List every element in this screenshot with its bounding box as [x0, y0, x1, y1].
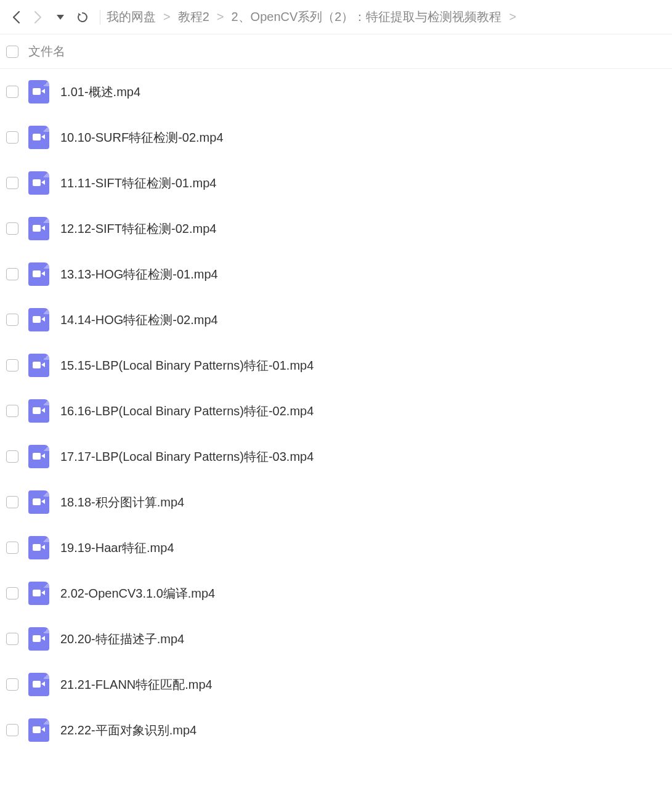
video-file-icon [28, 308, 49, 331]
file-checkbox[interactable] [6, 86, 18, 98]
breadcrumb-sep: > [163, 10, 171, 24]
file-name[interactable]: 15.15-LBP(Local Binary Patterns)特征-01.mp… [60, 357, 314, 374]
toolbar: 我的网盘 > 教程2 > 2、OpenCV系列（2）：特征提取与检测视频教程 > [0, 0, 672, 35]
breadcrumb-item[interactable]: 教程2 [178, 9, 209, 25]
file-name[interactable]: 21.21-FLANN特征匹配.mp4 [60, 676, 213, 693]
video-file-icon [28, 80, 49, 104]
video-file-icon [28, 582, 49, 605]
file-name[interactable]: 1.01-概述.mp4 [60, 84, 140, 100]
file-row[interactable]: 11.11-SIFT特征检测-01.mp4 [0, 160, 672, 206]
file-row[interactable]: 21.21-FLANN特征匹配.mp4 [0, 662, 672, 707]
video-file-icon [28, 171, 49, 195]
breadcrumb-item[interactable]: 我的网盘 [107, 9, 156, 25]
file-row[interactable]: 10.10-SURF特征检测-02.mp4 [0, 115, 672, 160]
history-dropdown[interactable] [49, 6, 71, 28]
back-button[interactable] [5, 6, 27, 28]
file-checkbox[interactable] [6, 268, 18, 280]
file-row[interactable]: 2.02-OpenCV3.1.0编译.mp4 [0, 571, 672, 616]
file-name[interactable]: 17.17-LBP(Local Binary Patterns)特征-03.mp… [60, 449, 314, 465]
file-row[interactable]: 1.01-概述.mp4 [0, 69, 672, 115]
file-name[interactable]: 22.22-平面对象识别.mp4 [60, 722, 196, 739]
video-file-icon [28, 445, 49, 468]
file-row[interactable]: 19.19-Haar特征.mp4 [0, 525, 672, 571]
file-name[interactable]: 2.02-OpenCV3.1.0编译.mp4 [60, 585, 215, 602]
file-checkbox[interactable] [6, 177, 18, 189]
video-file-icon [28, 126, 49, 149]
file-row[interactable]: 20.20-特征描述子.mp4 [0, 616, 672, 662]
file-row[interactable]: 15.15-LBP(Local Binary Patterns)特征-01.mp… [0, 343, 672, 388]
file-checkbox[interactable] [6, 496, 18, 508]
file-checkbox[interactable] [6, 450, 18, 463]
video-file-icon [28, 490, 49, 514]
file-checkbox[interactable] [6, 222, 18, 235]
file-name[interactable]: 16.16-LBP(Local Binary Patterns)特征-02.mp… [60, 403, 314, 420]
file-checkbox[interactable] [6, 678, 18, 691]
file-name[interactable]: 18.18-积分图计算.mp4 [60, 494, 184, 511]
breadcrumb: 我的网盘 > 教程2 > 2、OpenCV系列（2）：特征提取与检测视频教程 > [107, 9, 667, 25]
file-name[interactable]: 14.14-HOG特征检测-02.mp4 [60, 312, 218, 328]
file-checkbox[interactable] [6, 542, 18, 554]
video-file-icon [28, 718, 49, 742]
file-checkbox[interactable] [6, 359, 18, 372]
file-name[interactable]: 20.20-特征描述子.mp4 [60, 631, 184, 648]
file-checkbox[interactable] [6, 633, 18, 645]
video-file-icon [28, 354, 49, 377]
file-checkbox[interactable] [6, 131, 18, 144]
file-name[interactable]: 11.11-SIFT特征检测-01.mp4 [60, 175, 216, 192]
refresh-button[interactable] [71, 6, 94, 28]
file-row[interactable]: 12.12-SIFT特征检测-02.mp4 [0, 206, 672, 251]
video-file-icon [28, 536, 49, 559]
video-file-icon [28, 262, 49, 286]
video-file-icon [28, 217, 49, 240]
video-file-icon [28, 627, 49, 651]
file-checkbox[interactable] [6, 314, 18, 326]
select-all-checkbox[interactable] [6, 46, 18, 58]
breadcrumb-item[interactable]: 2、OpenCV系列（2）：特征提取与检测视频教程 [232, 9, 502, 25]
file-row[interactable]: 13.13-HOG特征检测-01.mp4 [0, 251, 672, 297]
file-list-header: 文件名 [0, 35, 672, 69]
file-checkbox[interactable] [6, 587, 18, 599]
file-checkbox[interactable] [6, 724, 18, 736]
breadcrumb-sep: > [509, 10, 516, 24]
toolbar-separator [100, 10, 100, 25]
file-name[interactable]: 12.12-SIFT特征检测-02.mp4 [60, 221, 216, 237]
video-file-icon [28, 399, 49, 423]
video-file-icon [28, 673, 49, 696]
file-name[interactable]: 19.19-Haar特征.mp4 [60, 540, 174, 556]
file-row[interactable]: 17.17-LBP(Local Binary Patterns)特征-03.mp… [0, 434, 672, 479]
forward-button[interactable] [27, 6, 49, 28]
file-row[interactable]: 14.14-HOG特征检测-02.mp4 [0, 297, 672, 343]
file-name[interactable]: 10.10-SURF特征检测-02.mp4 [60, 129, 224, 146]
breadcrumb-sep: > [217, 10, 224, 24]
file-row[interactable]: 18.18-积分图计算.mp4 [0, 479, 672, 525]
column-header-name[interactable]: 文件名 [28, 43, 65, 60]
file-row[interactable]: 22.22-平面对象识别.mp4 [0, 707, 672, 753]
file-checkbox[interactable] [6, 405, 18, 417]
file-name[interactable]: 13.13-HOG特征检测-01.mp4 [60, 266, 218, 283]
file-row[interactable]: 16.16-LBP(Local Binary Patterns)特征-02.mp… [0, 388, 672, 434]
file-list: 1.01-概述.mp410.10-SURF特征检测-02.mp411.11-SI… [0, 69, 672, 753]
